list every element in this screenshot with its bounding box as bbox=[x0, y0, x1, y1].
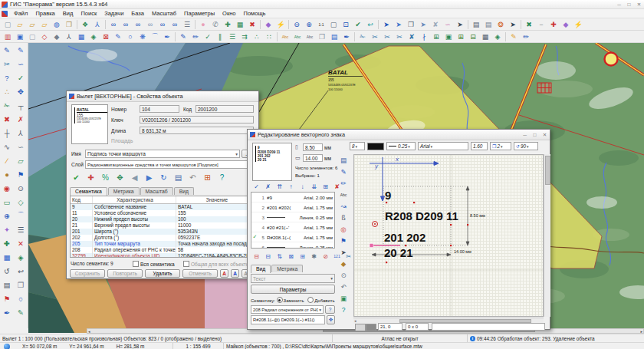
add-point-icon[interactable]: ✚ bbox=[222, 19, 234, 30]
paint-dots-icon[interactable]: ∴ bbox=[0, 84, 14, 98]
refresh-icon[interactable]: ↻ bbox=[156, 171, 171, 184]
blocks-2-icon[interactable]: ⊟ bbox=[467, 31, 479, 42]
arc-small-icon[interactable]: ⌒ bbox=[14, 209, 28, 222]
scissors-2-icon[interactable]: ✂ bbox=[381, 31, 393, 42]
semantic-select[interactable]: 208 Радиал опережения от РНС к то▾ bbox=[251, 305, 324, 314]
menu-item-Окно[interactable]: Окно bbox=[219, 10, 239, 17]
tab-Метрика[interactable]: Метрика bbox=[271, 265, 303, 272]
draw-spline-icon[interactable]: ✏ bbox=[189, 31, 202, 42]
color-swatch[interactable] bbox=[367, 143, 384, 150]
element-type-select[interactable]: Текст▾ bbox=[251, 274, 335, 283]
dialog-minimize-button[interactable]: ─ bbox=[520, 132, 530, 137]
sign-width-input[interactable]: 14.00 bbox=[303, 154, 323, 162]
star-icon[interactable]: ✦ bbox=[0, 222, 14, 236]
element-list-item[interactable]: 1#9Arial, 2.00 мм bbox=[251, 193, 334, 202]
undo-icon[interactable]: ↶ bbox=[186, 171, 200, 184]
minimize-button[interactable]: ─ bbox=[614, 2, 624, 7]
add-radio[interactable] bbox=[307, 297, 314, 303]
list-edit-icon[interactable]: ▤ bbox=[328, 31, 340, 42]
table-row[interactable]: 202Долгота (°)0592237E bbox=[71, 235, 256, 241]
zoom-tool-icon[interactable]: ⊙ bbox=[337, 269, 350, 281]
circle-tool-icon[interactable]: ◎ bbox=[337, 223, 350, 235]
search-fast-icon[interactable]: ∞ bbox=[144, 19, 156, 30]
parallelogram-icon[interactable]: ▱ bbox=[14, 153, 28, 167]
rotate-icon[interactable]: ↺ bbox=[0, 264, 14, 278]
pointer-tool-icon[interactable]: ➤ bbox=[337, 246, 350, 258]
close-button[interactable]: ✕ bbox=[634, 2, 644, 8]
edit-pencil-icon[interactable]: ✎ bbox=[0, 43, 14, 57]
label-abc-green-icon[interactable]: Abc bbox=[291, 31, 304, 42]
secondary-color-swatch[interactable] bbox=[355, 324, 366, 331]
spline-pencil-icon[interactable]: ∽ bbox=[14, 57, 28, 71]
ellipse-icon[interactable]: ○ bbox=[124, 31, 136, 42]
table-row[interactable]: 20Нижний предел высоты100 bbox=[71, 216, 256, 222]
flag-tool-icon[interactable]: ⚑ bbox=[337, 235, 350, 246]
layers-green-icon[interactable]: ◈ bbox=[87, 31, 100, 42]
circle-small-icon[interactable]: ○ bbox=[14, 291, 28, 305]
align-left-icon[interactable]: ⊟ bbox=[251, 251, 262, 262]
table-row[interactable]: 205Тип точки маршрутаТочка начала захода… bbox=[71, 241, 256, 247]
node-square-icon[interactable]: ▣ bbox=[442, 31, 455, 42]
red-frame-icon[interactable]: ⊠ bbox=[100, 31, 112, 42]
list-icon[interactable]: ☰ bbox=[14, 222, 28, 236]
add-semantic-icon[interactable]: ✚ bbox=[84, 171, 98, 184]
font-a-red-button[interactable]: A bbox=[220, 269, 228, 278]
menu-item-Помощь[interactable]: Помощь bbox=[240, 10, 270, 17]
no-draw-icon[interactable]: ⊘ bbox=[320, 251, 331, 262]
node-minus-icon[interactable]: − bbox=[535, 19, 547, 30]
screen-icon[interactable]: ▣ bbox=[14, 31, 26, 42]
object-properties-title-bar[interactable]: Вылет [ВЕКТОРНЫЕ] - Свойства объекта bbox=[67, 91, 258, 102]
element-list-item[interactable]: ✓5R#208.1(~(Arial, 1.75 мм bbox=[251, 232, 334, 242]
pencil-blue-icon[interactable]: ✏ bbox=[520, 31, 532, 42]
copies-select[interactable]: ❐2▾ bbox=[490, 142, 511, 150]
flash-icon[interactable]: ⚡ bbox=[274, 19, 287, 30]
node-check-icon[interactable]: ✖ bbox=[523, 19, 535, 30]
rhomb-green-icon[interactable]: ◈ bbox=[491, 31, 504, 42]
vectors-icon[interactable]: ⇉ bbox=[238, 31, 251, 42]
torch-icon[interactable]: ● bbox=[0, 167, 14, 181]
replace-radio[interactable] bbox=[277, 297, 283, 303]
draw-check-icon[interactable]: ✓ bbox=[202, 31, 214, 42]
object-name-select[interactable]: Подпись точки маршрута▾ bbox=[85, 150, 240, 158]
merge-icon[interactable]: ⊞ bbox=[430, 31, 442, 42]
frame-icon[interactable]: ▢ bbox=[327, 19, 340, 30]
step-input[interactable]: 1.60 bbox=[471, 142, 488, 150]
select-icon[interactable]: ➤ bbox=[380, 19, 393, 30]
wave-icon[interactable]: ∿ bbox=[0, 140, 14, 153]
all-semantics-checkbox[interactable]: Вся семантика bbox=[133, 261, 175, 267]
label-abc-gray-icon[interactable]: Abc bbox=[304, 31, 316, 42]
call-icon[interactable]: ✆ bbox=[209, 19, 222, 30]
menu-item-Задачи[interactable]: Задачи bbox=[100, 10, 127, 17]
diamond-red-icon[interactable]: ◇ bbox=[38, 31, 51, 42]
save-icon[interactable]: ▤ bbox=[171, 171, 186, 184]
font-select[interactable]: Arial▾ bbox=[418, 142, 468, 150]
duplicate-icon[interactable]: ⊞ bbox=[297, 251, 308, 262]
objects-list-icon[interactable]: ☰ bbox=[181, 19, 193, 30]
save-sign-icon[interactable]: ▤ bbox=[337, 154, 350, 166]
remove-icon[interactable]: ✕ bbox=[14, 236, 28, 250]
sign-height-input[interactable]: 8.50 bbox=[303, 143, 323, 151]
menu-item-База[interactable]: База bbox=[127, 10, 148, 17]
pan-icon[interactable]: ⊡ bbox=[340, 19, 352, 30]
delete-icon[interactable]: ✖ bbox=[0, 112, 14, 126]
scissors-3-icon[interactable]: ✂ bbox=[393, 31, 406, 42]
size-select[interactable]: 8▾ bbox=[350, 142, 365, 150]
zoom-in-icon[interactable]: ⊕ bbox=[303, 19, 315, 30]
prev-object-icon[interactable]: ◀ bbox=[127, 171, 142, 184]
undo-small-icon[interactable]: ↩ bbox=[14, 264, 28, 278]
flag-red-icon[interactable]: ⚑ bbox=[0, 291, 14, 305]
uncheck-all-icon[interactable]: ✗ bbox=[262, 181, 274, 192]
tab-Семантика[interactable]: Семантика bbox=[70, 187, 107, 196]
menu-item-Поиск[interactable]: Поиск bbox=[77, 10, 100, 17]
open-data-icon[interactable]: ▱ bbox=[26, 19, 38, 30]
edit-green-icon[interactable]: ▦ bbox=[234, 19, 246, 30]
fork-icon[interactable]: ⅄ bbox=[14, 126, 28, 140]
move-object-icon[interactable]: ✥ bbox=[113, 171, 127, 184]
element-list-item[interactable]: 6Линия, 0.25 мм bbox=[251, 242, 334, 249]
scissors-icon[interactable]: ✂ bbox=[369, 31, 381, 42]
font-style-icon[interactable]: ß bbox=[337, 212, 350, 223]
geoportal-icon[interactable]: ◍ bbox=[51, 19, 63, 30]
image-tool-icon[interactable]: ▣ bbox=[337, 292, 350, 304]
legend-icon[interactable]: ⅄ bbox=[91, 19, 104, 30]
draw-polyline-icon[interactable]: ✏ bbox=[337, 177, 350, 189]
